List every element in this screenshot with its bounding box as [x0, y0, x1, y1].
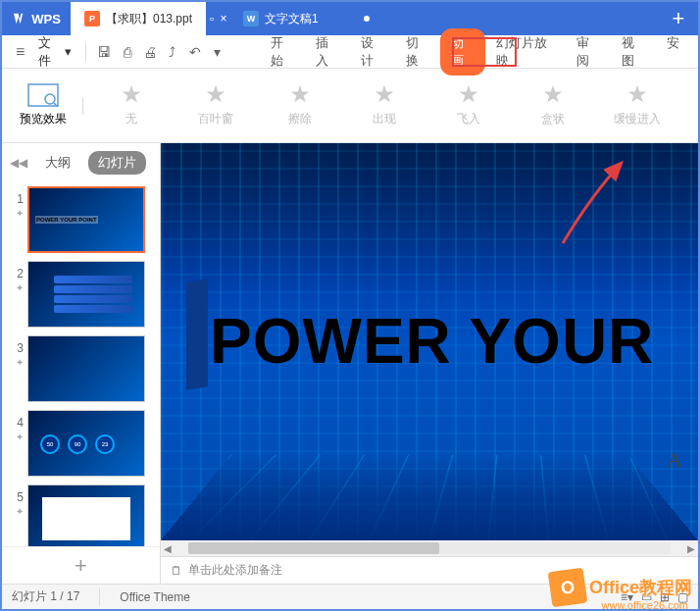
scroll-left-icon[interactable]: ◀	[161, 543, 175, 554]
watermark-url: www.office26.com	[602, 599, 688, 611]
file-menu[interactable]: 文件▾	[32, 34, 77, 70]
preview-label: 预览效果	[20, 111, 67, 127]
ppt-file-icon: P	[84, 11, 100, 26]
canvas-area: POWER YOUR A ◀ ▶ 🗒 单击此处添加备注	[161, 143, 698, 584]
slide-thumb[interactable]	[27, 335, 145, 402]
add-slide-button[interactable]: +	[2, 546, 160, 584]
menu-view[interactable]: 视图	[611, 28, 656, 76]
separator	[85, 43, 86, 61]
scroll-track[interactable]	[188, 542, 671, 554]
menu-insert[interactable]: 插入	[305, 28, 350, 76]
hamburger-icon[interactable]: ≡	[10, 43, 30, 61]
anim-none[interactable]: 无	[89, 83, 174, 127]
animation-gallery[interactable]: 无 百叶窗 擦除 出现 飞入 盒状 缓慢进入	[89, 83, 690, 127]
slide-canvas[interactable]: POWER YOUR A	[161, 143, 698, 540]
notes-icon: 🗒	[171, 564, 182, 578]
scroll-right-icon[interactable]: ▶	[684, 543, 698, 554]
workspace: ◀◀ 大纲 幻灯片 1✦ POWER YOUR POINT 2✦ 3✦ 4✦	[2, 143, 698, 584]
star-icon	[121, 83, 142, 105]
anim-appear[interactable]: 出现	[342, 83, 426, 127]
slide-counter: 幻灯片 1 / 17	[12, 588, 79, 605]
undo-icon[interactable]: ↶	[184, 41, 205, 63]
theme-name: Office Theme	[120, 590, 190, 604]
menu-transition[interactable]: 切换	[395, 28, 440, 76]
statusbar: 幻灯片 1 / 17 Office Theme ≡▾ ▭ ⊞ ▢ O Offic…	[2, 584, 698, 609]
animation-indicator-icon: ✦	[16, 506, 24, 517]
thumbnail-3[interactable]: 3✦	[6, 335, 156, 402]
slides-tab[interactable]: 幻灯片	[88, 151, 146, 175]
separator	[99, 588, 100, 606]
ribbon: 预览效果 无 百叶窗 擦除 出现 飞入 盒状 缓慢进入	[2, 69, 698, 143]
menu-design[interactable]: 设计	[350, 28, 395, 76]
menubar: ≡ 文件▾ 🖫 ⎙ 🖨 ⤴ ↶ ▾ 开始 插入 设计 切换 动画 幻灯片放映 审…	[2, 35, 698, 69]
doc-file-icon: W	[243, 11, 259, 26]
print-icon[interactable]: 🖨	[139, 41, 160, 63]
slide-headline[interactable]: POWER YOUR	[210, 305, 654, 378]
star-icon	[205, 83, 226, 105]
redo-icon[interactable]: ▾	[207, 41, 227, 63]
anim-box[interactable]: 盒状	[511, 83, 595, 127]
preview-icon	[27, 83, 59, 107]
ribbon-tabs: 开始 插入 设计 切换 动画 幻灯片放映 审阅 视图 安	[260, 28, 690, 76]
preview-effect-button[interactable]: 预览效果	[10, 83, 76, 127]
tab-modified-badge	[364, 16, 370, 22]
thumbnail-1[interactable]: 1✦ POWER YOUR POINT	[6, 186, 156, 253]
menu-review[interactable]: 审阅	[566, 28, 611, 76]
panel-header: ◀◀ 大纲 幻灯片	[2, 143, 160, 182]
decorative-bar	[186, 279, 208, 389]
slide-thumb[interactable]: POWER YOUR POINT	[27, 186, 145, 253]
scroll-thumb[interactable]	[188, 542, 439, 554]
svg-point-1	[45, 94, 55, 104]
anim-flyin[interactable]: 飞入	[426, 83, 511, 127]
anim-wipe[interactable]: 擦除	[258, 83, 342, 127]
tab-label: 【求职】013.ppt	[106, 11, 192, 27]
horizontal-scrollbar[interactable]: ◀ ▶	[161, 540, 698, 556]
star-icon	[542, 83, 564, 105]
thumbnail-5[interactable]: 5✦	[6, 484, 156, 546]
office-logo-icon: O	[548, 568, 588, 608]
menu-animation[interactable]: 动画	[440, 28, 485, 76]
tab-close-icon[interactable]: ×	[218, 2, 229, 35]
animation-indicator-icon: ✦	[16, 357, 24, 368]
tab-label: 文字文稿1	[265, 11, 319, 27]
menu-start[interactable]: 开始	[260, 28, 305, 76]
slide-thumb[interactable]	[27, 484, 145, 546]
anim-crawl[interactable]: 缓慢进入	[595, 83, 679, 127]
notes-placeholder[interactable]: 单击此处添加备注	[188, 562, 282, 579]
slide-background-road	[161, 455, 698, 540]
animation-indicator-icon: ✦	[16, 432, 24, 442]
thumbnail-2[interactable]: 2✦	[6, 261, 156, 328]
star-icon	[374, 83, 395, 105]
anim-blinds[interactable]: 百叶窗	[174, 83, 258, 127]
thumbnails[interactable]: 1✦ POWER YOUR POINT 2✦ 3✦ 4✦ 50 90 23	[2, 182, 160, 546]
output-icon[interactable]: ⤴	[162, 41, 182, 63]
menu-slideshow[interactable]: 幻灯片放映	[485, 28, 566, 76]
thumbnail-4[interactable]: 4✦ 50 90 23	[6, 410, 156, 477]
star-icon	[458, 83, 479, 105]
wps-logo-icon	[12, 11, 27, 26]
outline-tab[interactable]: 大纲	[35, 151, 80, 175]
save-icon[interactable]: 🖫	[94, 41, 115, 63]
dropdown-icon: ▾	[65, 44, 72, 59]
star-icon	[289, 83, 311, 105]
slide-panel: ◀◀ 大纲 幻灯片 1✦ POWER YOUR POINT 2✦ 3✦ 4✦	[2, 143, 161, 584]
slide-thumb[interactable]	[27, 261, 145, 328]
app-logo: WPS	[2, 2, 71, 35]
slide-thumb[interactable]: 50 90 23	[27, 410, 145, 477]
collapse-icon[interactable]: ◀◀	[10, 156, 27, 170]
watermark-brand: Office教程网	[589, 576, 692, 599]
menu-security[interactable]: 安	[656, 28, 690, 76]
text-cursor-marker: A	[667, 447, 682, 473]
tab-ppt[interactable]: P 【求职】013.ppt	[71, 2, 206, 35]
tab-extra-icon[interactable]: ▫	[206, 2, 218, 35]
separator	[82, 97, 83, 115]
print-preview-icon[interactable]: ⎙	[117, 41, 137, 63]
animation-indicator-icon: ✦	[16, 282, 24, 293]
animation-indicator-icon: ✦	[16, 208, 24, 219]
app-name: WPS	[31, 12, 61, 26]
star-icon	[626, 83, 648, 105]
